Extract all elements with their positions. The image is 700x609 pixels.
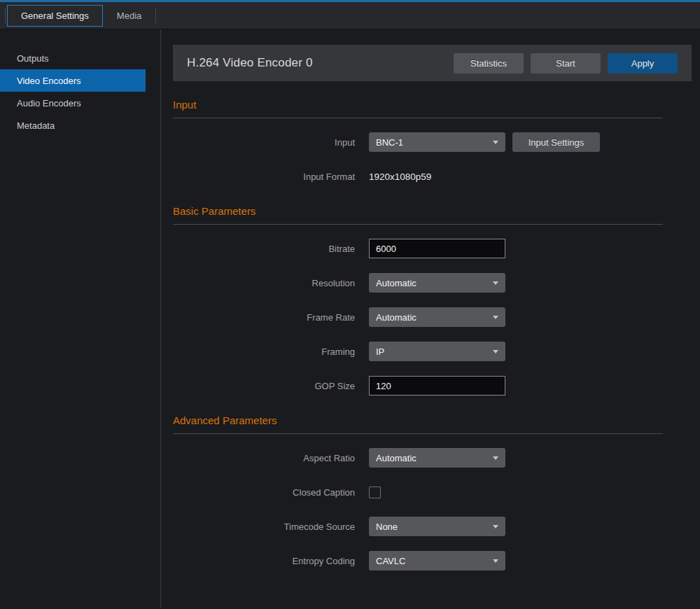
timecode-source-select-value: None	[376, 522, 398, 532]
section-title-basic-parameters: Basic Parameters	[173, 205, 663, 225]
input-format-row: Input Format 1920x1080p59	[173, 167, 692, 186]
section-basic-parameters: Basic Parameters Bitrate Resolution Auto…	[173, 205, 692, 396]
frame-rate-row: Frame Rate Automatic	[173, 307, 692, 327]
statistics-button[interactable]: Statistics	[454, 53, 524, 74]
bitrate-row: Bitrate	[173, 239, 692, 258]
bitrate-input[interactable]	[369, 239, 505, 258]
tab-bar: General Settings Media	[0, 2, 700, 29]
chevron-down-icon	[493, 350, 498, 354]
field-label: Input	[173, 137, 369, 148]
frame-rate-select-value: Automatic	[376, 312, 416, 323]
sidebar: Outputs Video Encoders Audio Encoders Me…	[0, 29, 161, 608]
input-select-value: BNC-1	[376, 137, 403, 148]
frame-rate-select[interactable]: Automatic	[369, 307, 505, 327]
field-label: Closed Caption	[173, 487, 369, 498]
content-area: Outputs Video Encoders Audio Encoders Me…	[0, 29, 700, 608]
entropy-coding-row: Entropy Coding CAVLC	[173, 551, 692, 570]
timecode-source-select[interactable]: None	[369, 517, 505, 536]
field-label: Aspect Ratio	[173, 453, 369, 463]
field-label: Bitrate	[173, 244, 369, 254]
chevron-down-icon	[493, 525, 498, 528]
start-button[interactable]: Start	[531, 53, 601, 74]
tab-media[interactable]: Media	[103, 5, 155, 27]
framing-select-value: IP	[376, 346, 384, 357]
page-title: H.264 Video Encoder 0	[187, 56, 447, 70]
input-format-value: 1920x1080p59	[369, 172, 431, 182]
gop-size-input[interactable]	[369, 376, 505, 396]
chevron-down-icon	[493, 316, 498, 319]
field-label: Framing	[173, 346, 369, 357]
closed-caption-checkbox[interactable]	[369, 486, 381, 498]
encoder-header-bar: H.264 Video Encoder 0 Statistics Start A…	[173, 45, 692, 81]
aspect-ratio-select-value: Automatic	[376, 453, 416, 463]
chevron-down-icon	[493, 456, 498, 460]
section-input: Input Input BNC-1 Input Settings Input F…	[173, 99, 692, 186]
resolution-row: Resolution Automatic	[173, 273, 692, 293]
field-label: Resolution	[173, 278, 369, 288]
aspect-ratio-row: Aspect Ratio Automatic	[173, 448, 692, 468]
field-label: Timecode Source	[173, 522, 369, 532]
input-select[interactable]: BNC-1	[369, 132, 505, 152]
section-advanced-parameters: Advanced Parameters Aspect Ratio Automat…	[173, 414, 692, 570]
tab-general-settings[interactable]: General Settings	[7, 5, 103, 27]
tab-separator	[5, 8, 6, 23]
chevron-down-icon	[493, 559, 498, 563]
tab-separator	[155, 8, 156, 23]
field-label: Entropy Coding	[173, 556, 369, 566]
sidebar-item-audio-encoders[interactable]: Audio Encoders	[0, 92, 146, 114]
field-label: Frame Rate	[173, 312, 369, 323]
timecode-source-row: Timecode Source None	[173, 517, 692, 536]
closed-caption-row: Closed Caption	[173, 482, 692, 502]
aspect-ratio-select[interactable]: Automatic	[369, 448, 505, 468]
chevron-down-icon	[493, 141, 498, 144]
entropy-coding-select[interactable]: CAVLC	[369, 551, 505, 570]
sidebar-item-outputs[interactable]: Outputs	[0, 47, 146, 69]
section-title-input: Input	[173, 99, 663, 118]
sidebar-item-metadata[interactable]: Metadata	[0, 114, 146, 136]
input-settings-button[interactable]: Input Settings	[512, 132, 600, 152]
framing-row: Framing IP	[173, 342, 692, 361]
resolution-select[interactable]: Automatic	[369, 273, 505, 293]
field-label: Input Format	[173, 172, 369, 182]
entropy-coding-select-value: CAVLC	[376, 556, 405, 566]
framing-select[interactable]: IP	[369, 342, 505, 361]
gop-size-row: GOP Size	[173, 376, 692, 396]
sidebar-item-video-encoders[interactable]: Video Encoders	[0, 69, 146, 92]
input-row: Input BNC-1 Input Settings	[173, 132, 692, 152]
apply-button[interactable]: Apply	[608, 53, 678, 74]
main-panel: H.264 Video Encoder 0 Statistics Start A…	[161, 29, 700, 608]
section-title-advanced-parameters: Advanced Parameters	[173, 414, 663, 434]
chevron-down-icon	[493, 281, 498, 285]
field-label: GOP Size	[173, 381, 369, 391]
resolution-select-value: Automatic	[376, 278, 416, 288]
